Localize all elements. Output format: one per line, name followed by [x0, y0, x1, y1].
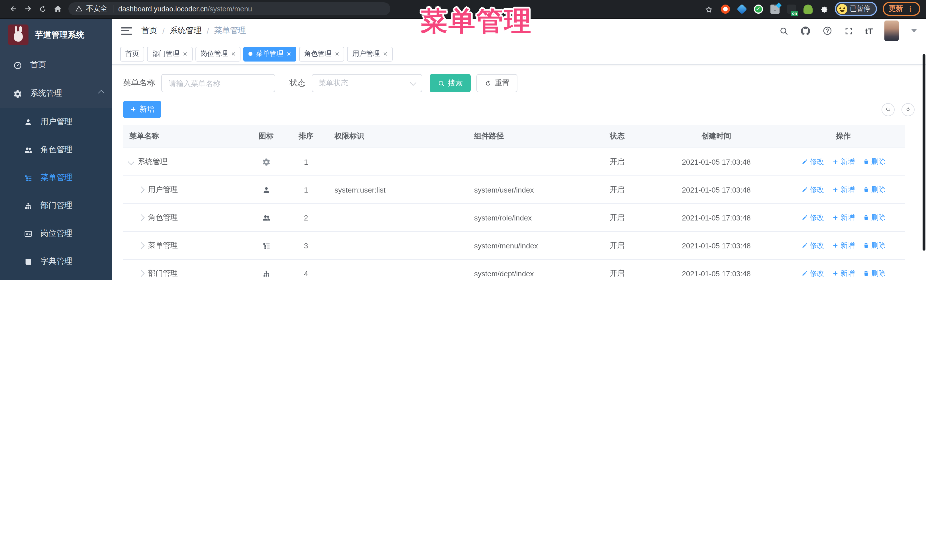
- tab-close-icon[interactable]: ×: [383, 50, 387, 57]
- edit-link[interactable]: 修改: [801, 269, 824, 278]
- extension-tampermonkey-icon[interactable]: on: [787, 4, 796, 14]
- reset-button[interactable]: 重置: [477, 74, 517, 92]
- add-button[interactable]: 新增: [123, 101, 161, 118]
- browser-profile-button[interactable]: 已暂停: [835, 2, 877, 16]
- toggle-search-button[interactable]: [882, 103, 895, 116]
- active-tab-dot-icon: [248, 52, 253, 56]
- delete-link[interactable]: 删除: [863, 269, 885, 278]
- address-bar[interactable]: 不安全 dashboard.yudao.iocoder.cn /system/m…: [68, 2, 390, 15]
- browser-home-button[interactable]: [50, 2, 65, 16]
- breadcrumb-separator: /: [207, 26, 209, 35]
- add-link[interactable]: 新增: [832, 241, 855, 251]
- tree-expand-icon[interactable]: [138, 214, 145, 221]
- user-menu-caret-icon[interactable]: [911, 29, 917, 32]
- font-size-icon[interactable]: tT: [865, 26, 873, 36]
- status-select[interactable]: 菜单状态: [312, 74, 422, 92]
- extension-orange-icon[interactable]: [720, 4, 730, 14]
- cell-sort: 1: [286, 186, 326, 194]
- table-row: 菜单管理3system/menu/index开启2021-01-05 17:03…: [123, 232, 905, 260]
- menu-icon: [24, 173, 33, 182]
- tab-close-icon[interactable]: ×: [183, 50, 187, 57]
- delete-link[interactable]: 删除: [863, 213, 885, 222]
- tree-expand-icon[interactable]: [138, 187, 145, 193]
- browser-forward-button[interactable]: [21, 2, 35, 16]
- tree-expand-icon[interactable]: [128, 158, 135, 165]
- tree-expand-icon[interactable]: [138, 270, 145, 277]
- edit-link[interactable]: 修改: [801, 213, 824, 222]
- extension-key-icon[interactable]: [803, 4, 812, 14]
- browser-reload-button[interactable]: [35, 2, 50, 16]
- extension-gem-icon[interactable]: [737, 4, 747, 14]
- browser-update-button[interactable]: 更新 ⋮: [882, 2, 920, 16]
- i-trash-icon: [863, 214, 870, 221]
- fullscreen-icon[interactable]: [844, 26, 853, 36]
- add-link[interactable]: 新增: [832, 213, 855, 222]
- sidebar-item-角色管理[interactable]: 角色管理: [0, 136, 112, 163]
- tab-菜单管理[interactable]: 菜单管理×: [243, 47, 296, 61]
- tab-部门管理[interactable]: 部门管理×: [147, 47, 192, 61]
- app-logo: [8, 24, 29, 45]
- sidebar-item-首页[interactable]: 首页: [0, 51, 112, 79]
- action-label: 修改: [810, 185, 824, 195]
- sidebar-toggle-icon[interactable]: [121, 27, 132, 35]
- browser-menu-dots-icon[interactable]: ⋮: [907, 5, 914, 13]
- sidebar-item-用户管理[interactable]: 用户管理: [0, 108, 112, 136]
- table-row: 用户管理1system:user:listsystem/user/index开启…: [123, 176, 905, 204]
- sidebar-item-岗位管理[interactable]: 岗位管理: [0, 219, 112, 247]
- user-avatar[interactable]: [884, 21, 899, 41]
- header-search-icon[interactable]: [779, 26, 789, 36]
- sidebar-item-系统管理[interactable]: 系统管理: [0, 79, 112, 108]
- page-scrollbar-thumb[interactable]: [923, 54, 925, 251]
- tab-首页[interactable]: 首页: [120, 47, 144, 61]
- cell-sort: 3: [286, 241, 326, 250]
- add-link[interactable]: 新增: [832, 157, 855, 167]
- tab-用户管理[interactable]: 用户管理×: [347, 47, 393, 61]
- delete-link[interactable]: 删除: [863, 241, 885, 251]
- tab-角色管理[interactable]: 角色管理×: [299, 47, 345, 61]
- sidebar-item-菜单管理[interactable]: 菜单管理: [0, 163, 112, 192]
- cell-menu-name: 系统管理: [123, 157, 246, 167]
- github-icon[interactable]: [800, 25, 811, 36]
- tab-岗位管理[interactable]: 岗位管理×: [195, 47, 241, 61]
- add-link[interactable]: 新增: [832, 269, 855, 278]
- sidebar-logo-row[interactable]: 芋道管理系统: [0, 19, 112, 51]
- user-icon: [262, 186, 270, 194]
- refresh-table-button[interactable]: [902, 103, 915, 116]
- sidebar-item-部门管理[interactable]: 部门管理: [0, 192, 112, 219]
- edit-link[interactable]: 修改: [801, 157, 824, 167]
- tree-icon: [262, 269, 270, 278]
- breadcrumb-item[interactable]: 系统管理: [170, 26, 202, 36]
- edit-link[interactable]: 修改: [801, 185, 824, 195]
- tree-expand-icon[interactable]: [138, 242, 145, 249]
- tab-close-icon[interactable]: ×: [335, 50, 339, 57]
- add-link[interactable]: 新增: [832, 185, 855, 195]
- search-button[interactable]: 搜索: [430, 74, 471, 92]
- table-row: 部门管理4system/dept/index开启2021-01-05 17:03…: [123, 260, 905, 280]
- menu-name-input[interactable]: [161, 74, 275, 92]
- edit-link[interactable]: 修改: [801, 241, 824, 251]
- action-label: 删除: [871, 213, 885, 222]
- add-button-label: 新增: [139, 104, 154, 115]
- breadcrumb-item[interactable]: 首页: [141, 26, 157, 36]
- delete-link[interactable]: 删除: [863, 185, 885, 195]
- extension-grid-icon[interactable]: [770, 4, 779, 14]
- tree-icon: [24, 202, 32, 210]
- help-icon[interactable]: [822, 26, 832, 36]
- extensions-puzzle-icon[interactable]: [820, 4, 829, 14]
- tab-close-icon[interactable]: ×: [287, 50, 291, 57]
- browser-back-button[interactable]: [6, 2, 21, 16]
- gear-icon: [262, 158, 270, 166]
- i-edit-icon: [801, 186, 808, 193]
- cell-actions: 修改新增删除: [782, 269, 905, 278]
- extension-check-icon[interactable]: ✓: [754, 4, 763, 14]
- sidebar-item-通知公告[interactable]: 通知公告: [0, 275, 112, 280]
- bookmark-star-icon[interactable]: [704, 4, 713, 14]
- chevron-up-icon: [98, 90, 104, 96]
- delete-link[interactable]: 删除: [863, 157, 885, 167]
- column-header-权限标识: 权限标识: [326, 131, 468, 141]
- breadcrumb: 首页/系统管理/菜单管理: [141, 26, 246, 36]
- tabs-bar: 首页部门管理×岗位管理×菜单管理×角色管理×用户管理×: [112, 43, 926, 65]
- sidebar-item-字典管理[interactable]: 字典管理: [0, 247, 112, 275]
- menu-name-text: 角色管理: [148, 213, 178, 223]
- tab-close-icon[interactable]: ×: [231, 50, 235, 57]
